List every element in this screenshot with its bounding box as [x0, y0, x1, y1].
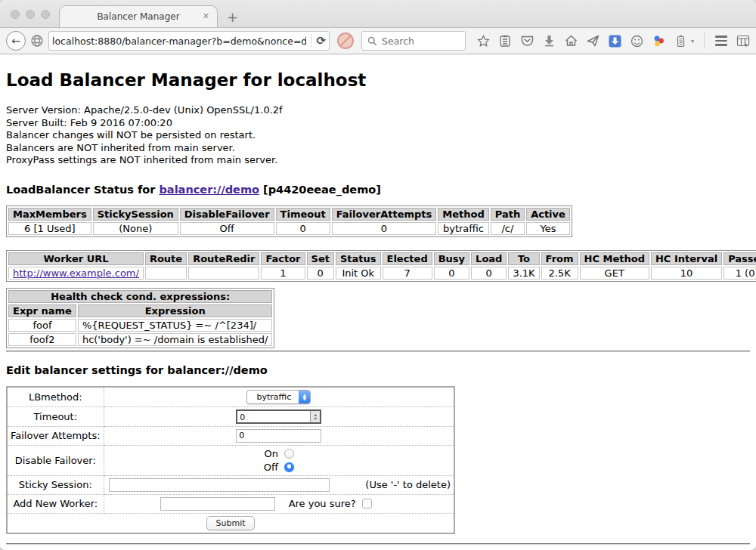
col-load: Load: [471, 252, 507, 265]
server-version-line: Server Version: Apache/2.5.0-dev (Unix) …: [6, 104, 750, 117]
loadbalancer-status-heading: LoadBalancer Status for balancer://demo …: [6, 184, 750, 196]
failover-attempts-label: Failover Attempts:: [7, 426, 104, 445]
cell-method: bytraffic: [438, 222, 488, 235]
bookmark-star-icon[interactable]: [476, 34, 490, 48]
minimize-window-button[interactable]: [26, 10, 35, 19]
lbmethod-row: LBmethod: bytraffic ▲▼: [7, 387, 454, 407]
search-bar[interactable]: [361, 31, 466, 51]
battery-dropdown-caret-icon[interactable]: ▾: [691, 38, 694, 45]
cell-active: Yes: [526, 222, 570, 235]
zoom-window-button[interactable]: [41, 10, 50, 19]
add-worker-row: Add New Worker: Are you sure?: [7, 494, 454, 513]
window-controls: [11, 10, 50, 19]
cell-to: 3.1K: [508, 267, 539, 280]
number-spinner-icon[interactable]: ▴▾: [310, 411, 320, 422]
disable-failover-row: Disable Failover: On Off: [7, 445, 454, 475]
persist-note-line: Balancer changes will NOT be persisted o…: [6, 129, 750, 142]
col-disablefailover: DisableFailover: [180, 208, 274, 221]
page-content: Load Balancer Manager for localhost Serv…: [0, 54, 756, 548]
are-you-sure-label: Are you sure?: [289, 498, 356, 509]
cell-path: /c/: [491, 222, 525, 235]
url-bar[interactable]: localhost:8880/balancer-manager?b=demo&n…: [48, 31, 330, 51]
radio-off[interactable]: [284, 462, 294, 472]
col-hc-method: HC Method: [580, 252, 649, 265]
disable-failover-label: Disable Failover:: [7, 445, 104, 475]
failover-attempts-row: Failover Attempts:: [7, 426, 454, 445]
worker-header-row: Worker URL Route RouteRedir Factor Set S…: [8, 252, 756, 265]
health-title-row: Health check cond. expressions:: [8, 290, 272, 303]
cell-load: 0: [471, 267, 507, 280]
col-stickysession: StickySession: [93, 208, 178, 221]
failover-attempts-input[interactable]: [236, 429, 321, 443]
site-identity-globe-icon[interactable]: [30, 34, 44, 48]
tab-close-icon[interactable]: ✕: [203, 11, 209, 21]
cell-timeout: 0: [276, 222, 330, 235]
addon-download-icon[interactable]: [608, 34, 621, 48]
status-heading-prefix: LoadBalancer Status for: [6, 184, 159, 196]
edit-settings-heading: Edit balancer settings for balancer://de…: [6, 364, 750, 376]
hamburger-menu-icon[interactable]: [714, 34, 728, 48]
tab-strip: Balancer Manager ✕ +: [0, 0, 756, 27]
col-timeout: Timeout: [276, 208, 330, 221]
col-from: From: [541, 252, 578, 265]
radio-on-label: On: [264, 448, 278, 459]
new-tab-button[interactable]: +: [227, 11, 238, 24]
inherit-note-line: Balancers are NOT inherited from main se…: [6, 142, 750, 155]
col-method: Method: [438, 208, 488, 221]
cell-status: Init Ok: [336, 267, 381, 280]
pocket-icon[interactable]: [520, 34, 534, 48]
lbmethod-select[interactable]: bytraffic ▲▼: [246, 390, 311, 404]
worker-url-link[interactable]: http://www.example.com/: [13, 267, 139, 279]
send-tab-icon[interactable]: [586, 34, 600, 48]
lbmethod-label: LBmethod:: [7, 387, 104, 407]
tab-title: Balancer Manager: [97, 11, 179, 22]
select-stepper-icon: ▲▼: [299, 391, 310, 403]
home-icon[interactable]: [564, 34, 578, 48]
navigation-toolbar: ← localhost:8880/balancer-manager?b=demo…: [0, 27, 756, 54]
cell-passes: 1 (0): [723, 267, 756, 280]
col-active: Active: [526, 208, 570, 221]
col-worker-url: Worker URL: [8, 252, 144, 265]
submit-row: Submit: [7, 513, 454, 533]
grid-panel-icon[interactable]: [736, 34, 750, 48]
cell-hc-method: GET: [580, 267, 649, 280]
col-routeredir: RouteRedir: [188, 252, 259, 265]
cell-busy: 0: [434, 267, 469, 280]
col-failoverattempts: FailoverAttempts: [332, 208, 437, 221]
section-divider: [6, 351, 750, 352]
battery-icon[interactable]: [674, 34, 687, 48]
cell-expr-name-foof2: foof2: [8, 333, 76, 346]
sticky-session-label: Sticky Session:: [7, 475, 104, 494]
url-text[interactable]: localhost:8880/balancer-manager?b=demo&n…: [52, 36, 306, 47]
timeout-label: Timeout:: [7, 406, 104, 426]
add-worker-input[interactable]: [160, 497, 275, 511]
col-route: Route: [145, 252, 187, 265]
submit-button[interactable]: Submit: [206, 516, 254, 530]
content-blocker-icon[interactable]: [337, 32, 354, 49]
cell-routeredir: [188, 267, 259, 280]
cell-expression-foof: %{REQUEST_STATUS} =~ /^[234]/: [78, 319, 273, 332]
browser-window: Balancer Manager ✕ + ← localhost:8880/ba…: [0, 0, 756, 550]
reading-list-icon[interactable]: [498, 34, 512, 48]
reload-icon[interactable]: ⟳: [316, 34, 326, 48]
downloads-icon[interactable]: [542, 34, 556, 48]
radio-off-label: Off: [264, 462, 278, 473]
balancer-demo-link[interactable]: balancer://demo: [159, 184, 259, 196]
sticky-session-input[interactable]: [109, 478, 330, 492]
timeout-input[interactable]: 0 ▴▾: [236, 409, 321, 424]
toolbar-separator: [704, 33, 705, 48]
cell-disablefailover: Off: [180, 222, 274, 235]
are-you-sure-checkbox[interactable]: [362, 499, 372, 508]
tab-balancer-manager[interactable]: Balancer Manager ✕: [59, 5, 218, 27]
search-input[interactable]: [380, 35, 460, 48]
radio-on[interactable]: [284, 449, 294, 459]
smiley-addon-icon[interactable]: [630, 34, 643, 48]
col-factor: Factor: [261, 252, 305, 265]
back-button[interactable]: ←: [6, 31, 26, 51]
cell-route: [145, 267, 187, 280]
health-row-foof: foof %{REQUEST_STATUS} =~ /^[234]/: [8, 319, 272, 332]
health-row-foof2: foof2 hc('body') =~ /domain is establish…: [8, 333, 272, 346]
colored-dots-addon-icon[interactable]: [652, 34, 665, 48]
close-window-button[interactable]: [11, 10, 20, 19]
server-built-line: Server Built: Feb 9 2016 07:00:20: [6, 117, 750, 130]
